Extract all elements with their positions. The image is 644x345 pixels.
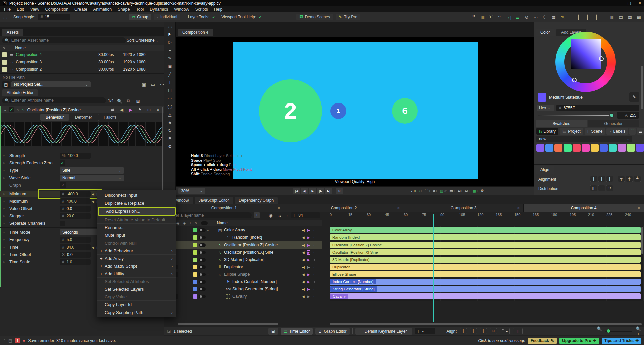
next-key-icon[interactable]: ▶ bbox=[307, 280, 310, 284]
add-layer-button[interactable]: + bbox=[254, 212, 260, 218]
try-pro-button[interactable]: ↯Try Pro bbox=[336, 14, 360, 20]
prev-keyframe-icon[interactable]: ◀ bbox=[119, 107, 125, 112]
add-key-icon[interactable]: ○ bbox=[313, 228, 315, 232]
layer-row-oscillator-z[interactable]: ✓ ∿Oscillator [Position.Z] Cosine ◀▶○ bbox=[164, 241, 322, 249]
layer-search-input[interactable] bbox=[170, 213, 249, 218]
close-icon[interactable]: ✕ bbox=[637, 206, 640, 210]
menu-item-copy-layer-id[interactable]: Copy Layer Id bbox=[97, 300, 176, 308]
ellipse-tool[interactable]: ◯ bbox=[167, 104, 172, 109]
layer-toggle[interactable] bbox=[199, 251, 206, 254]
add-key-icon[interactable]: ○ bbox=[313, 273, 315, 276]
layer-row-color-array[interactable]: ✓⌄ ▤Color Array ◀▶○ bbox=[164, 226, 322, 234]
layer-toggle[interactable] bbox=[199, 243, 206, 247]
asset-color-swatch[interactable] bbox=[2, 67, 7, 72]
swatch[interactable] bbox=[591, 144, 599, 152]
panels-icon[interactable]: ▥ bbox=[480, 15, 486, 20]
transparency-checker-icon[interactable]: ▦▸ bbox=[472, 189, 478, 193]
tips-and-tricks-button[interactable]: Tips and Tricks✚ bbox=[602, 338, 641, 344]
menu-item-copy-scripting-path[interactable]: Copy Scripting Path› bbox=[97, 308, 176, 316]
layer-toggle[interactable] bbox=[199, 265, 206, 269]
project-set-icon[interactable]: ▤ bbox=[2, 81, 10, 88]
snap-angle-field[interactable]: #15 bbox=[38, 14, 70, 20]
shape-circle-6[interactable]: 6 bbox=[392, 98, 418, 124]
current-frame-field[interactable]: F84 bbox=[291, 212, 320, 218]
library-tab[interactable]: ‖\Library bbox=[536, 128, 558, 135]
track-oscillator-z[interactable]: Oscillator [Position.Z] Cosine bbox=[330, 242, 641, 248]
asset-row-composition-3[interactable]: ▭ Composition 3 30.00fps 1920 x 1080 bbox=[0, 58, 162, 66]
alpha-value-field[interactable]: A255 bbox=[617, 112, 639, 119]
distribute-v-button[interactable]: ☰ bbox=[598, 185, 605, 191]
viewport-tool-help-check-icon[interactable]: ✓ bbox=[259, 15, 262, 19]
swatches-tab[interactable]: Swatches bbox=[536, 120, 587, 127]
prev-key-icon[interactable]: ◀ bbox=[302, 280, 305, 284]
assets-tab[interactable]: Assets bbox=[2, 29, 23, 36]
wave-style-dropdown[interactable]: Normal⌄ bbox=[60, 175, 124, 181]
menu-scripts[interactable]: Scripts bbox=[195, 7, 208, 12]
keyframe-layer-dropdown[interactable]: ≔Default Keyframe Layer bbox=[355, 328, 412, 335]
menu-shape[interactable]: Shape bbox=[118, 7, 130, 12]
prev-key-icon[interactable]: ◀ bbox=[302, 258, 305, 262]
timeline-tab-composition-4[interactable]: Composition 4✕ bbox=[524, 204, 644, 212]
swatch[interactable] bbox=[627, 144, 635, 152]
strength-field[interactable]: %100.0 bbox=[60, 153, 91, 159]
add-key-icon[interactable]: ○ bbox=[313, 236, 315, 239]
remove-circle-icon[interactable]: ⊖ bbox=[524, 15, 530, 20]
alpha-slider-knob[interactable] bbox=[609, 113, 614, 118]
align-right-icon[interactable]: ┨ bbox=[593, 15, 599, 20]
attribute-section-header[interactable]: ⌄ ✓ ○ ∿ Oscillator [Position.Z] Cosine ⇄… bbox=[1, 106, 164, 113]
value-offset-field[interactable]: #0.0 bbox=[60, 206, 91, 212]
time-offset-field[interactable]: S0.0 bbox=[60, 252, 91, 258]
prev-key-icon[interactable]: ◀ bbox=[302, 243, 305, 247]
layer-swatch[interactable] bbox=[193, 280, 197, 284]
prev-key-icon[interactable]: ◀ bbox=[302, 295, 305, 298]
insert-key-button[interactable]: -||- bbox=[513, 328, 523, 334]
align-keys-right-button[interactable]: ┨ bbox=[480, 328, 487, 334]
layer-swatch[interactable] bbox=[193, 243, 197, 247]
stagger-field[interactable]: #20.0 bbox=[60, 213, 91, 219]
next-key-icon[interactable]: ▶ bbox=[307, 243, 310, 247]
swatch[interactable] bbox=[609, 144, 617, 152]
tracks-vscrollbar[interactable] bbox=[641, 227, 643, 254]
direct-select-tool[interactable]: ▷ bbox=[168, 40, 172, 45]
track-ellipse-shape[interactable]: Ellipse Shape bbox=[330, 271, 641, 277]
prev-key-icon[interactable]: ◀ bbox=[302, 265, 305, 269]
layer-swatch[interactable] bbox=[193, 258, 197, 262]
track-index-context[interactable]: Index Context [Number] bbox=[330, 279, 641, 285]
close-icon[interactable]: ✕ bbox=[517, 206, 520, 210]
maximum-field[interactable]: #400.0 bbox=[60, 198, 91, 204]
swatch[interactable] bbox=[564, 144, 572, 152]
graph-curve-icon[interactable]: ⊿ bbox=[60, 182, 66, 188]
clear-icon[interactable]: ⊠ bbox=[135, 99, 141, 104]
generator-tab[interactable]: Generator bbox=[588, 120, 639, 127]
asset-color-swatch[interactable] bbox=[2, 52, 7, 57]
swatch[interactable] bbox=[582, 144, 590, 152]
add-key-icon[interactable]: ○ bbox=[313, 287, 315, 291]
current-color-swatch[interactable] bbox=[538, 93, 546, 102]
more-dots-icon[interactable]: ⋯ bbox=[533, 15, 539, 20]
menu-item-mute-input[interactable]: Mute Input bbox=[97, 231, 176, 239]
layer-swatch[interactable] bbox=[193, 235, 197, 240]
track-duplicator[interactable]: Duplicator bbox=[330, 264, 641, 270]
prev-key-icon[interactable]: ◀ bbox=[302, 273, 305, 276]
align-keys-center-button[interactable]: ╂ bbox=[470, 328, 477, 334]
prev-key-icon[interactable]: ◀ bbox=[302, 228, 305, 232]
align-bottom-button[interactable]: ┷ bbox=[634, 176, 641, 182]
swatch[interactable] bbox=[618, 144, 626, 152]
monitor-icon[interactable]: ▭ bbox=[150, 82, 156, 87]
layer-row-cavalry[interactable]: ◉ TCavalry ◀▶○ bbox=[164, 293, 322, 300]
guides-icon[interactable]: ▤≫ bbox=[440, 189, 447, 193]
loop-button[interactable]: ↻ bbox=[336, 188, 343, 194]
frame-f-icon[interactable]: F bbox=[489, 15, 493, 19]
next-key-icon[interactable]: ▶ bbox=[307, 258, 310, 262]
star-tool[interactable]: ★ bbox=[168, 120, 172, 125]
layer-swatch[interactable] bbox=[193, 250, 197, 255]
swatch-set-dropdown[interactable]: new⌄ bbox=[536, 136, 632, 142]
align-vcenter-button[interactable]: ┿ bbox=[626, 176, 633, 182]
menu-item-rename[interactable]: Rename... bbox=[97, 223, 176, 231]
timeline-tracks[interactable]: Color Array Random [Index] Oscillator [P… bbox=[330, 226, 644, 301]
list-view-button[interactable]: ☰ bbox=[637, 128, 644, 135]
close-section-icon[interactable]: ✕ bbox=[155, 107, 161, 112]
next-key-icon[interactable]: ▶ bbox=[307, 273, 310, 276]
add-key-icon[interactable]: ○ bbox=[313, 243, 315, 247]
folder-icon[interactable]: ▣ bbox=[141, 82, 147, 87]
